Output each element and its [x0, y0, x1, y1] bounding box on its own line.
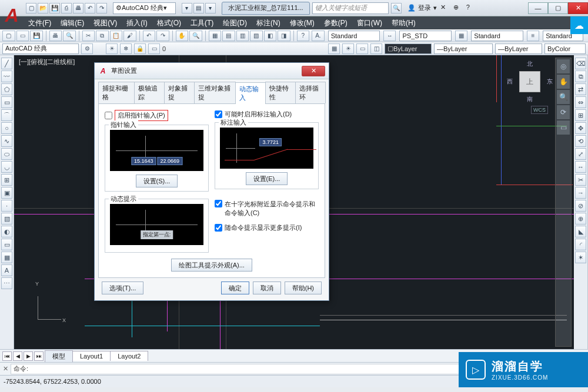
layout-prev-icon[interactable]: ◀	[13, 351, 22, 361]
linetype-dropdown[interactable]: — ByLayer	[434, 43, 493, 54]
nav-show-icon[interactable]: ▭	[557, 120, 570, 135]
draw-spline-icon[interactable]: ∿	[1, 135, 12, 147]
qat-redo-icon[interactable]: ↷	[96, 3, 107, 14]
minimize-button[interactable]: —	[528, 2, 548, 14]
draw-point-icon[interactable]: ·	[1, 200, 12, 212]
workspace2-dropdown[interactable]: AutoCAD 经典	[2, 43, 79, 54]
tab-quick-props[interactable]: 快捷特性	[265, 82, 296, 103]
mod-explode-icon[interactable]: ✶	[575, 252, 586, 263]
menu-draw[interactable]: 绘图(D)	[218, 18, 252, 28]
qat-saveas-icon[interactable]: ⎙	[61, 3, 72, 14]
tb-lp1-icon[interactable]: ▦	[328, 43, 340, 54]
menu-view[interactable]: 视图(V)	[89, 18, 122, 28]
tb-plot-icon[interactable]: 🖶	[49, 31, 62, 41]
ok-button[interactable]: 确定	[221, 282, 249, 294]
mod-break-icon[interactable]: ⊘	[575, 200, 586, 212]
draw-table-icon[interactable]: ▦	[1, 252, 12, 263]
mod-erase-icon[interactable]: ⌫	[575, 58, 586, 69]
draw-ellipse-icon[interactable]: ⬭	[1, 148, 12, 160]
layout-next-icon[interactable]: ▶	[24, 351, 33, 361]
tb-misc3-icon[interactable]: ▥	[236, 31, 249, 41]
qat-extra2-icon[interactable]: ▤	[193, 3, 204, 14]
mod-extend-icon[interactable]: →	[575, 187, 586, 199]
tb-pan-icon[interactable]: ✋	[176, 31, 189, 41]
menu-file[interactable]: 文件(F)	[24, 18, 56, 28]
appearance-button[interactable]: 绘图工具提示外观(A)...	[171, 259, 252, 272]
options-button[interactable]: 选项(T)...	[102, 282, 143, 294]
tb-ws-icon[interactable]: ⚙	[81, 43, 93, 54]
close-button[interactable]: ✕	[568, 2, 588, 14]
tab-snap-grid[interactable]: 捕捉和栅格	[98, 82, 135, 103]
exchange-icon[interactable]: ✕	[440, 4, 450, 13]
tb-save-icon[interactable]: 💾	[30, 31, 43, 41]
menu-help[interactable]: 帮助(H)	[387, 18, 420, 28]
comm-icon[interactable]: ⊕	[453, 4, 463, 13]
menu-modify[interactable]: 修改(M)	[285, 18, 319, 28]
help-button[interactable]: 帮助(H)	[285, 282, 322, 294]
mod-offset-icon[interactable]: ⇔	[575, 96, 586, 108]
search-input[interactable]: 键入关键字或短语	[312, 2, 389, 14]
layout-first-icon[interactable]: ⏮	[2, 351, 12, 361]
tb-cut-icon[interactable]: ✂	[82, 31, 95, 41]
menu-edit[interactable]: 编辑(E)	[56, 18, 89, 28]
tb-dim2-icon[interactable]: ↔	[383, 31, 396, 41]
tab-dynamic-input[interactable]: 动态输入	[235, 82, 266, 104]
draw-line-icon[interactable]: ╱	[1, 58, 12, 69]
layout-tab-model[interactable]: 模型	[45, 350, 73, 362]
app-logo[interactable]: A	[0, 0, 24, 31]
tb-misc6-icon[interactable]: ◨	[278, 31, 290, 41]
tb-undo2-icon[interactable]: ↶	[143, 31, 156, 41]
nav-pan-icon[interactable]: ✋	[557, 75, 570, 89]
menu-dimension[interactable]: 标注(N)	[252, 18, 285, 28]
tb-dim1-icon[interactable]: A.	[312, 31, 325, 41]
layout-tab-1[interactable]: Layout1	[72, 351, 111, 361]
menu-window[interactable]: 窗口(W)	[352, 18, 387, 28]
tb-lp3-icon[interactable]: ▭	[356, 43, 368, 54]
draw-arc-icon[interactable]: ⌒	[1, 109, 12, 121]
tb-open-icon[interactable]: ▭	[16, 31, 29, 41]
tb-layer4-icon[interactable]: ▭	[148, 43, 160, 54]
tab-3dosnap[interactable]: 三维对象捕捉	[194, 82, 236, 103]
draw-gradient-icon[interactable]: ◐	[1, 226, 12, 237]
tab-polar[interactable]: 极轴追踪	[134, 82, 165, 103]
tb-copy-icon[interactable]: ⧉	[96, 31, 109, 41]
command-close-icon[interactable]: ✕	[0, 365, 11, 373]
maximize-button[interactable]: ▢	[548, 2, 568, 14]
draw-insert-icon[interactable]: ⊞	[1, 174, 12, 186]
mod-mirror-icon[interactable]: ⇄	[575, 83, 586, 95]
dimstyle-dropdown[interactable]: PS_STD	[399, 31, 451, 41]
qat-new-icon[interactable]: ▢	[26, 3, 36, 14]
textstyle-dropdown[interactable]: Standard	[328, 31, 380, 41]
draw-circle-icon[interactable]: ○	[1, 122, 12, 134]
tb-layer1-icon[interactable]: ☀	[106, 43, 118, 54]
view-cube[interactable]: 北 南 西 东 上	[509, 61, 550, 102]
help-icon[interactable]: ?	[466, 4, 476, 13]
tb-table-icon[interactable]: ▦	[455, 31, 468, 41]
pointer-settings-button[interactable]: 设置(S)...	[136, 175, 178, 187]
tablestyle-dropdown[interactable]: Standard	[471, 31, 523, 41]
enable-pointer-checkbox[interactable]	[105, 112, 112, 119]
draw-pline-icon[interactable]: 〰	[1, 71, 12, 82]
mod-chamfer-icon[interactable]: ◣	[575, 226, 586, 237]
draw-more-icon[interactable]: ⋯	[1, 277, 12, 289]
draw-rect-icon[interactable]: ▭	[1, 96, 12, 108]
nav-orbit-icon[interactable]: ⟳	[557, 105, 570, 119]
dim-settings-button[interactable]: 设置(E)...	[246, 172, 288, 185]
dialog-close-button[interactable]: ✕	[302, 66, 325, 76]
draw-polygon-icon[interactable]: ⬠	[1, 83, 12, 95]
menu-insert[interactable]: 插入(I)	[122, 18, 152, 28]
mod-scale-icon[interactable]: ⤢	[575, 148, 586, 160]
tb-misc2-icon[interactable]: ▤	[222, 31, 235, 41]
qat-open-icon[interactable]: 📂	[38, 3, 48, 14]
mod-stretch-icon[interactable]: ↔	[575, 161, 586, 173]
mod-rotate-icon[interactable]: ⟲	[575, 135, 586, 147]
mod-array-icon[interactable]: ⊞	[575, 109, 586, 121]
layout-tab-2[interactable]: Layout2	[110, 351, 148, 361]
draw-text-icon[interactable]: A	[1, 264, 12, 276]
crosshair-prompt-checkbox[interactable]	[215, 200, 222, 207]
tb-preview-icon[interactable]: 🔍	[63, 31, 76, 41]
tb-paste-icon[interactable]: 📋	[110, 31, 123, 41]
more-prompt-checkbox[interactable]	[215, 224, 222, 232]
qat-save-icon[interactable]: 💾	[49, 3, 60, 14]
draw-block-icon[interactable]: ▣	[1, 187, 12, 199]
